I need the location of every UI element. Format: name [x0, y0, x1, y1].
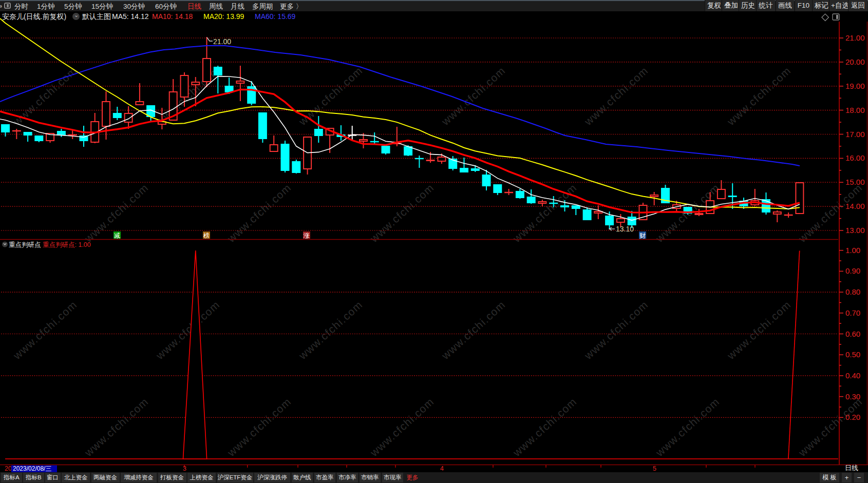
svg-text:财: 财: [639, 232, 646, 239]
svg-text:0.30: 0.30: [845, 392, 860, 401]
svg-text:www.cfchi.com: www.cfchi.com: [582, 298, 651, 362]
svg-text:www.cfchi.com: www.cfchi.com: [511, 181, 579, 245]
svg-text:www.cfchi.com: www.cfchi.com: [368, 395, 437, 459]
svg-text:4: 4: [440, 465, 444, 472]
svg-text:13.00: 13.00: [845, 226, 865, 235]
svg-text:重点判研点: 重点判研点: [9, 241, 41, 248]
svg-text:18.00: 18.00: [845, 106, 865, 114]
svg-text:21.00: 21.00: [213, 37, 231, 46]
svg-text:21.00: 21.00: [845, 33, 865, 42]
svg-text:0.80: 0.80: [845, 287, 860, 296]
svg-text:20.00: 20.00: [845, 57, 865, 66]
svg-text:0.50: 0.50: [845, 350, 860, 359]
svg-text:www.cfchi.com: www.cfchi.com: [653, 395, 722, 459]
svg-text:1.00: 1.00: [845, 246, 860, 255]
svg-text:重点判研点: 1.00: 重点判研点: 1.00: [43, 241, 91, 248]
svg-text:0.60: 0.60: [845, 330, 860, 338]
svg-text:14.00: 14.00: [845, 202, 865, 210]
svg-text:0.70: 0.70: [845, 308, 860, 317]
svg-text:0.40: 0.40: [845, 371, 860, 380]
svg-text:www.cfchi.com: www.cfchi.com: [11, 298, 80, 362]
svg-text:2023/02/08/三: 2023/02/08/三: [13, 465, 51, 472]
svg-text:www.cfchi.com: www.cfchi.com: [796, 181, 865, 245]
svg-text:www.cfchi.com: www.cfchi.com: [225, 395, 294, 459]
svg-text:www.cfchi.com: www.cfchi.com: [225, 181, 294, 245]
svg-text:日线: 日线: [845, 464, 858, 472]
svg-text:3: 3: [183, 465, 186, 472]
svg-text:榜: 榜: [203, 232, 210, 239]
svg-text:www.cfchi.com: www.cfchi.com: [511, 395, 579, 459]
svg-text:19.00: 19.00: [845, 82, 865, 90]
svg-text:www.cfchi.com: www.cfchi.com: [582, 64, 651, 128]
svg-text:www.cfchi.com: www.cfchi.com: [296, 298, 365, 362]
svg-text:www.cfchi.com: www.cfchi.com: [368, 181, 437, 245]
svg-text:17.00: 17.00: [845, 130, 865, 139]
svg-text:5: 5: [653, 465, 656, 472]
svg-text:www.cfchi.com: www.cfchi.com: [154, 298, 222, 362]
svg-text:www.cfchi.com: www.cfchi.com: [725, 64, 794, 128]
svg-text:www.cfchi.com: www.cfchi.com: [725, 298, 794, 362]
svg-text:www.cfchi.com: www.cfchi.com: [11, 64, 80, 128]
svg-text:0.20: 0.20: [845, 413, 860, 421]
svg-text:www.cfchi.com: www.cfchi.com: [82, 395, 151, 459]
svg-text:16.00: 16.00: [845, 153, 865, 162]
svg-text:20: 20: [5, 465, 12, 472]
svg-text:0.90: 0.90: [845, 266, 860, 275]
svg-text:15.00: 15.00: [845, 178, 865, 186]
svg-text:www.cfchi.com: www.cfchi.com: [296, 64, 365, 128]
svg-text:13.10: 13.10: [616, 225, 634, 233]
svg-text:减: 减: [114, 232, 120, 239]
svg-text:www.cfchi.com: www.cfchi.com: [796, 395, 865, 459]
svg-text:涨: 涨: [303, 232, 310, 239]
svg-text:www.cfchi.com: www.cfchi.com: [439, 298, 508, 362]
